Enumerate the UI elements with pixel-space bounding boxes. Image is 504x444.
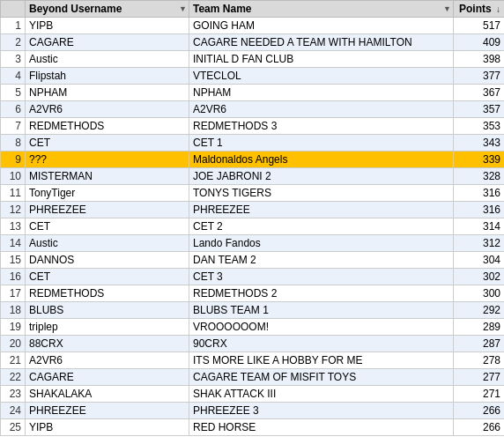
username-cell: A2VR6 <box>26 101 189 118</box>
table-row: 8CETCET 1343 <box>1 135 505 152</box>
teamname-cell: TONYS TIGERS <box>189 185 454 202</box>
leaderboard-table: Beyond Username ▼ Team Name ▼ Points ↓ 1… <box>0 0 504 444</box>
rank-cell: 13 <box>1 218 26 235</box>
username-cell: Flipstah <box>26 68 189 85</box>
teamname-cell: Maldonaldos Angels <box>189 152 454 168</box>
table-row: 12PHREEZEEPHREEZEE316 <box>1 202 505 218</box>
teamname-cell: CET 3 <box>189 269 454 285</box>
table-row: 10MISTERMANJOE JABRONI 2328 <box>1 168 505 185</box>
rank-cell: 4 <box>1 68 26 85</box>
table-row: 1↖YIPBGOING HAM517 <box>1 18 505 34</box>
table-row: 25YIPBRED HORSE266 <box>1 419 505 436</box>
teamname-cell: ITS MORE LIKE A HOBBY FOR ME <box>189 352 454 369</box>
rank-cell: 10 <box>1 168 26 185</box>
teamname-cell: BLUBS TEAM 1 <box>189 302 454 319</box>
points-cell: 266 <box>454 419 505 436</box>
rank-cell: 11 <box>1 185 26 202</box>
rank-cell: 19 <box>1 319 26 336</box>
table-row: 2088CRX90CRX287 <box>1 336 505 352</box>
points-cell: 367 <box>454 85 505 101</box>
teamname-cell: DAN TEAM 2 <box>189 252 454 269</box>
rank-cell: 16 <box>1 269 26 285</box>
username-cell: A2VR6 <box>26 352 189 369</box>
username-header-label: Beyond Username <box>29 3 122 15</box>
points-cell: 353 <box>454 118 505 135</box>
teamname-header[interactable]: Team Name ▼ <box>189 1 454 18</box>
table-row: 17REDMETHODSREDMETHODS 2300 <box>1 285 505 302</box>
points-cell: 339 <box>454 152 505 168</box>
username-filter-icon[interactable]: ▼ <box>179 4 187 13</box>
table-row: 7REDMETHODSREDMETHODS 3353 <box>1 118 505 135</box>
rank-cell: 18 <box>1 302 26 319</box>
table-row: 19triplepVROOOOOOM!289 <box>1 319 505 336</box>
table-row: 13CETCET 2314 <box>1 218 505 235</box>
points-sort-icon[interactable]: ↓ <box>496 4 500 14</box>
rank-cell: 9 <box>1 152 26 168</box>
username-cell: YIPB <box>26 419 189 436</box>
rank-cell: 23 <box>1 386 26 403</box>
table-row: 5NPHAMNPHAM367 <box>1 85 505 101</box>
points-cell: 343 <box>454 135 505 152</box>
rank-cell: 24 <box>1 403 26 419</box>
username-cell: CET <box>26 269 189 285</box>
teamname-cell: PHREEZEE 3 <box>189 403 454 419</box>
table-row: 24PHREEZEEPHREEZEE 3266 <box>1 403 505 419</box>
rank-cell: 14 <box>1 235 26 252</box>
table-row: 23SHAKALAKASHAK ATTACK III271 <box>1 386 505 403</box>
teamname-cell: RED HORSE <box>189 419 454 436</box>
teamname-cell: CAGARE NEEDED A TEAM WITH HAMILTON <box>189 34 454 51</box>
teamname-cell: INITIAL D FAN CLUB <box>189 51 454 68</box>
username-cell: CAGARE <box>26 34 189 51</box>
points-cell: 300 <box>454 285 505 302</box>
table-row: 4FlipstahVTECLOL377 <box>1 68 505 85</box>
rank-cell: 25 <box>1 419 26 436</box>
points-cell: 292 <box>454 302 505 319</box>
rank-cell: 7 <box>1 118 26 135</box>
teamname-cell: PHREEZEE <box>189 202 454 218</box>
teamname-cell: JOE JABRONI 2 <box>189 168 454 185</box>
points-cell: 287 <box>454 336 505 352</box>
rank-value: 1 <box>15 19 21 32</box>
rank-cell: 1↖ <box>1 18 26 34</box>
rank-cell: 6 <box>1 101 26 118</box>
points-header[interactable]: Points ↓ <box>454 1 505 18</box>
table-row: 3AusticINITIAL D FAN CLUB398 <box>1 51 505 68</box>
username-cell: 88CRX <box>26 336 189 352</box>
teamname-header-label: Team Name <box>193 3 251 15</box>
teamname-cell: CAGARE TEAM OF MISFIT TOYS <box>189 369 454 386</box>
teamname-cell: VTECLOL <box>189 68 454 85</box>
points-cell: 357 <box>454 101 505 118</box>
username-cell: PHREEZEE <box>26 202 189 218</box>
teamname-filter-icon[interactable]: ▼ <box>443 4 451 13</box>
points-cell: 328 <box>454 168 505 185</box>
points-cell: 266 <box>454 403 505 419</box>
teamname-cell: NPHAM <box>189 85 454 101</box>
points-cell: 517 <box>454 18 505 34</box>
username-cell: CAGARE <box>26 369 189 386</box>
points-cell: 377 <box>454 68 505 85</box>
username-cell: YIPB <box>26 18 189 34</box>
table-row: 9???Maldonaldos Angels339 <box>1 152 505 168</box>
rank-cell: 5 <box>1 85 26 101</box>
username-header[interactable]: Beyond Username ▼ <box>26 1 189 18</box>
points-cell: 398 <box>454 51 505 68</box>
teamname-cell: SHAK ATTACK III <box>189 386 454 403</box>
username-cell: TonyTiger <box>26 185 189 202</box>
teamname-cell: CET 1 <box>189 135 454 152</box>
rank-cell: 15 <box>1 252 26 269</box>
username-cell: CET <box>26 135 189 152</box>
table-row: 18BLUBSBLUBS TEAM 1292 <box>1 302 505 319</box>
username-cell: Austic <box>26 235 189 252</box>
teamname-cell: 90CRX <box>189 336 454 352</box>
username-cell: triplep <box>26 319 189 336</box>
points-cell: 289 <box>454 319 505 336</box>
table-row: 6A2VR6A2VR6357 <box>1 101 505 118</box>
teamname-cell: VROOOOOOM! <box>189 319 454 336</box>
teamname-cell: A2VR6 <box>189 101 454 118</box>
table-row: 22CAGARECAGARE TEAM OF MISFIT TOYS277 <box>1 369 505 386</box>
teamname-cell: REDMETHODS 3 <box>189 118 454 135</box>
rank-cell: 20 <box>1 336 26 352</box>
points-cell: 409 <box>454 34 505 51</box>
points-cell: 277 <box>454 369 505 386</box>
teamname-cell: CET 2 <box>189 218 454 235</box>
